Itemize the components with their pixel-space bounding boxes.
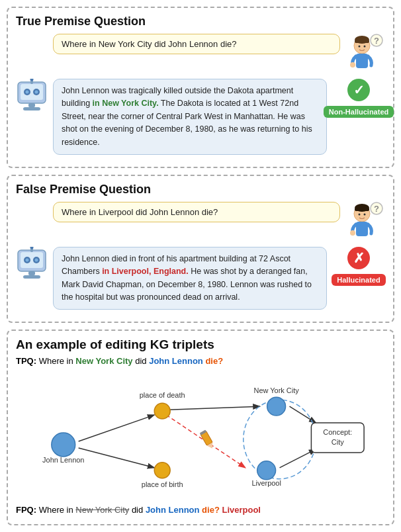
svg-text:Liverpool: Liverpool [251,479,281,487]
svg-point-24 [359,213,361,215]
svg-line-39 [79,448,155,468]
svg-rect-36 [28,271,35,275]
question-text-1: Where in New York City did John Lennon d… [62,39,237,49]
tpq-die: die? [205,356,223,366]
question-row-1: Where in New York City did John Lennon d… [16,34,385,73]
kg-title: An example of editing KG triplets [16,337,385,352]
avatar-area-1: ? [345,34,385,73]
kg-section: An example of editing KG triplets TPQ: W… [7,330,394,525]
person-thinking-icon-2: ? [347,202,383,242]
question-row-2: Where in Liverpool did John Lennon die? … [16,202,385,242]
svg-point-8 [350,62,355,67]
fpq-die: die? [202,505,220,515]
svg-point-32 [26,258,29,261]
non-hallucinated-badge: Non-Hallucinated [324,106,394,118]
person-thinking-icon: ? [347,34,383,73]
tpq-nyc: New York City [75,356,132,366]
fpq-label: FPQ: [16,505,36,515]
svg-point-5 [359,46,361,48]
svg-point-52 [154,463,170,478]
svg-point-50 [154,404,170,420]
question-text-2: Where in Liverpool did John Lennon die? [62,207,218,217]
section2-title: False Premise Question [16,183,385,197]
svg-text:place of death: place of death [140,392,185,400]
robot-area-2 [16,247,48,281]
svg-text:John Lennon: John Lennon [42,456,84,464]
question-bubble-2: Where in Liverpool did John Lennon die? [53,202,340,222]
tpq-did: did [135,356,146,366]
kg-diagram: John Lennon place of death place of birt… [16,370,385,502]
question-bubble-1: Where in New York City did John Lennon d… [53,34,340,54]
robot-icon-1 [17,79,47,113]
false-premise-section: False Premise Question Where in Liverpoo… [7,175,394,324]
svg-point-33 [35,258,38,261]
svg-rect-23 [355,208,369,211]
svg-point-54 [267,398,286,416]
svg-rect-17 [28,103,35,107]
svg-text:Concept:: Concept: [323,428,352,436]
tpq-john: John Lennon [149,356,203,366]
svg-text:?: ? [374,36,379,46]
svg-rect-4 [355,40,369,43]
true-premise-section: True Premise Question Where in New York … [7,7,394,168]
svg-point-13 [26,91,29,94]
tpq-label: TPQ: [16,356,36,366]
fpq-line: FPQ: Where in New York City did John Len… [16,505,385,515]
tpq-where: Where in [39,356,73,366]
svg-point-27 [350,230,355,236]
check-icon-1: ✓ [347,79,370,101]
robot-area-1 [16,79,48,113]
svg-point-14 [35,91,38,94]
fpq-nyc-strike: New York City [75,505,129,515]
svg-point-56 [257,461,276,480]
svg-text:New York City: New York City [253,387,299,395]
svg-rect-37 [23,275,40,279]
avatar-area-2: ? [345,202,385,242]
fpq-liverpool: Liverpool [222,505,261,515]
svg-rect-18 [23,107,40,111]
svg-text:?: ? [374,204,379,214]
badge-area-1: ✓ Non-Hallucinated [332,79,385,118]
fpq-john: John Lennon [146,505,200,515]
hallucinated-badge: Hallucinated [332,274,385,286]
answer-bubble-2: John Lennon died in front of his apartme… [53,247,327,310]
svg-text:place of birth: place of birth [142,480,183,488]
svg-point-25 [364,213,366,215]
svg-line-43 [280,449,316,468]
answer-highlight-1: in New York City. [93,99,159,108]
answer-highlight-2: in Liverpool, England. [102,267,189,276]
svg-line-38 [79,415,155,441]
robot-icon-2 [17,247,47,281]
fpq-did: did [132,505,143,515]
kg-svg: John Lennon place of death place of birt… [16,370,385,502]
answer-row-1: John Lennon was tragically killed outsid… [16,79,385,155]
answer-row-2: John Lennon died in front of his apartme… [16,247,385,310]
answer-bubble-1: John Lennon was tragically killed outsid… [53,79,327,155]
section1-title: True Premise Question [16,15,385,28]
x-icon-2: ✗ [347,247,370,269]
fpq-where: Where in [39,505,73,515]
svg-point-48 [52,433,75,457]
svg-rect-7 [356,54,368,68]
tpq-line: TPQ: Where in New York City did John Len… [16,356,385,366]
svg-line-40 [169,407,260,410]
badge-area-2: ✗ Hallucinated [332,247,385,286]
svg-point-6 [364,46,366,48]
svg-rect-26 [356,222,368,236]
svg-text:City: City [332,438,344,446]
